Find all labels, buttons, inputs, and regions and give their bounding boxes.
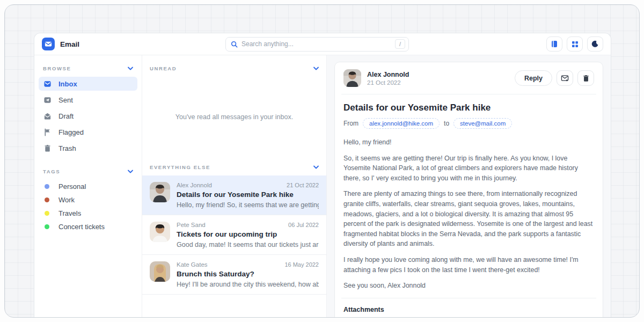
email-list-column: UNREAD You've read all messages in your …: [142, 55, 327, 317]
address-book-button[interactable]: [546, 36, 562, 52]
chevron-down-icon[interactable]: [313, 165, 319, 169]
draft-icon: [43, 112, 52, 120]
search-bar[interactable]: /: [225, 37, 409, 52]
email-summary: Kate Gates 16 May 2022 Brunch this Satur…: [177, 261, 319, 288]
browse-title: BROWSE: [43, 65, 71, 71]
from-label: From: [343, 120, 358, 127]
avatar: [150, 261, 170, 282]
email-date: 06 Jul 2022: [288, 222, 319, 228]
detail-subject: Details for our Yosemite Park hike: [343, 103, 594, 113]
sidebar-item-sent[interactable]: Sent: [39, 93, 137, 107]
reply-button[interactable]: Reply: [515, 70, 552, 86]
to-email-pill[interactable]: steve@mail.com: [453, 118, 512, 129]
dark-mode-toggle[interactable]: [587, 36, 603, 52]
main-layout: BROWSE Inbox Sent Draft: [34, 55, 611, 317]
mail-plus-icon: [561, 74, 569, 82]
detail-sender-name: Alex Jonnold: [367, 71, 409, 78]
unread-section-header: UNREAD: [142, 64, 326, 72]
email-detail-column: Alex Jonnold 21 Oct 2022 Reply: [327, 55, 611, 317]
apps-grid-button[interactable]: [567, 36, 583, 52]
search-shortcut-key: /: [395, 39, 405, 49]
sidebar-item-draft[interactable]: Draft: [39, 109, 137, 123]
email-app-window: Email /: [34, 33, 611, 317]
tag-label: Travels: [58, 209, 81, 217]
forward-mail-button[interactable]: [557, 70, 573, 86]
body-paragraph: See you soon, Alex Jonnold: [343, 281, 594, 291]
sidebar-item-label: Flagged: [58, 128, 84, 136]
tags-section-header: TAGS: [34, 167, 142, 175]
detail-header: Alex Jonnold 21 Oct 2022 Reply: [343, 69, 594, 87]
email-summary: Pete Sand 06 Jul 2022 Tickets for our up…: [177, 222, 319, 248]
avatar: [343, 69, 361, 87]
email-list-item[interactable]: Kate Gates 16 May 2022 Brunch this Satur…: [142, 255, 326, 295]
tag-label: Personal: [58, 182, 86, 191]
sidebar-item-label: Draft: [58, 112, 74, 120]
search-input[interactable]: [241, 40, 395, 48]
email-body: Hello, my friend! So, it seems we are ge…: [343, 137, 594, 291]
trash-icon: [582, 75, 590, 82]
email-detail-card: Alex Jonnold 21 Oct 2022 Reply: [334, 62, 603, 318]
tag-label: Work: [58, 196, 75, 204]
divider: [341, 94, 596, 94]
grid-icon: [572, 41, 579, 48]
email-subject: Tickets for our upcoming trip: [177, 230, 319, 238]
unread-empty-message: You've read all messages in your inbox.: [142, 113, 326, 121]
email-sender: Alex Jonnold: [177, 182, 212, 188]
chevron-down-icon[interactable]: [313, 67, 319, 70]
chevron-down-icon[interactable]: [128, 67, 133, 70]
sidebar: BROWSE Inbox Sent Draft: [34, 55, 142, 317]
tag-color-dot: [45, 224, 49, 229]
body-paragraph: I really hope you love coming along with…: [343, 255, 594, 275]
divider: [341, 298, 596, 298]
flag-icon: [43, 128, 52, 136]
avatar: [150, 222, 170, 242]
inbox-icon: [43, 80, 52, 88]
tag-color-dot: [45, 197, 49, 202]
email-subject: Details for our Yosemite Park hike: [177, 191, 319, 199]
unread-title: UNREAD: [150, 65, 177, 71]
sidebar-item-label: Sent: [58, 96, 73, 104]
body-paragraph: So, it seems we are getting there! Our t…: [343, 153, 594, 184]
tag-label: Concert tickets: [58, 223, 105, 231]
desktop-frame: Email /: [4, 4, 640, 318]
everything-else-header: EVERYTHING ELSE: [142, 163, 326, 171]
sidebar-item-flagged[interactable]: Flagged: [39, 125, 137, 139]
app-header: Email /: [34, 33, 611, 55]
from-email-pill[interactable]: alex.jonnold@hike.com: [363, 118, 440, 129]
chevron-down-icon[interactable]: [128, 170, 133, 173]
email-list-item[interactable]: Alex Jonnold 21 Oct 2022 Details for our…: [142, 175, 326, 215]
header-actions: [546, 36, 603, 52]
delete-mail-button[interactable]: [577, 70, 594, 86]
tag-item-personal[interactable]: Personal: [39, 180, 137, 193]
detail-date: 21 Oct 2022: [367, 79, 409, 86]
browse-nav: Inbox Sent Draft Flagged: [34, 77, 142, 155]
tags-section: TAGS Personal Work: [34, 167, 142, 233]
email-snippet: Hello, my friend! So, it seems that we a…: [177, 201, 319, 209]
to-label: to: [444, 120, 449, 127]
tag-item-work[interactable]: Work: [39, 193, 137, 207]
book-icon: [551, 40, 558, 48]
email-snippet: Good day, mate! It seems that our ticket…: [177, 241, 319, 248]
sidebar-item-trash[interactable]: Trash: [39, 141, 137, 155]
sent-icon: [43, 96, 52, 104]
browse-section-header: BROWSE: [34, 64, 142, 72]
tag-color-dot: [45, 211, 49, 216]
search-icon: [231, 41, 238, 48]
tag-item-travels[interactable]: Travels: [39, 207, 137, 220]
detail-sender-block: Alex Jonnold 21 Oct 2022: [367, 71, 409, 86]
sidebar-item-label: Inbox: [58, 80, 77, 88]
email-logo-icon: [42, 38, 55, 50]
email-sender: Kate Gates: [177, 261, 208, 268]
everything-else-title: EVERYTHING ELSE: [150, 164, 210, 170]
email-list-item[interactable]: Pete Sand 06 Jul 2022 Tickets for our up…: [142, 215, 326, 255]
sidebar-item-inbox[interactable]: Inbox: [39, 77, 137, 91]
email-snippet: Hey! I'll be around the city this weeken…: [177, 281, 319, 288]
from-to-row: From alex.jonnold@hike.com to steve@mail…: [343, 118, 594, 129]
tag-color-dot: [45, 184, 49, 189]
email-subject: Brunch this Saturday?: [177, 270, 319, 278]
email-sender: Pete Sand: [177, 222, 206, 228]
tag-item-concert-tickets[interactable]: Concert tickets: [39, 220, 137, 233]
tags-title: TAGS: [43, 169, 60, 174]
trash-icon: [43, 144, 52, 152]
tags-list: Personal Work Travels Concert ticke: [34, 180, 142, 233]
